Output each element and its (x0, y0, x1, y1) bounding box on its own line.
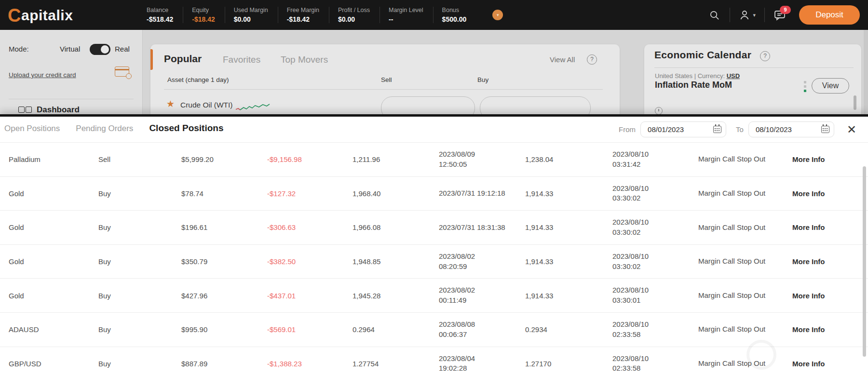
position-open-rate: 1,945.28 (353, 292, 439, 300)
account-stat: Equity -$18.42 (183, 7, 224, 23)
divider (730, 8, 730, 22)
stat-value: -- (389, 15, 423, 23)
position-open-time: 2023/08/02 00:11:49 (439, 285, 525, 305)
top-header-bar: Capitalix Balance -$518.42 Equity -$18.4… (0, 0, 868, 30)
position-amount: $196.61 (181, 223, 267, 231)
capitalix-logo[interactable]: Capitalix (8, 5, 73, 26)
closed-position-row: ADAUSD Buy $995.90 -$569.01 0.2964 2023/… (0, 313, 868, 347)
position-close-reason: Margin Call Stop Out (698, 223, 766, 233)
positions-panel: Open Positions Pending Orders Closed Pos… (0, 114, 868, 375)
account-stats-bar: Balance -$518.42 Equity -$18.42 Used Mar… (138, 0, 503, 30)
position-close-time: 2023/08/10 03:30:02 (612, 217, 698, 237)
header-actions: ▾ 9 Deposit (709, 0, 860, 30)
position-profit-loss: -$569.01 (267, 325, 353, 334)
position-close-rate: 1,238.04 (525, 155, 612, 163)
position-close-time: 2023/08/10 03:30:02 (612, 184, 698, 203)
position-profit-loss: -$437.01 (267, 292, 353, 300)
position-profit-loss: -$1,388.23 (267, 360, 353, 368)
calendar-icon[interactable] (713, 126, 721, 133)
stat-value: -$18.42 (287, 15, 319, 23)
notification-badge: 9 (780, 6, 791, 14)
position-close-time: 2023/08/10 03:31:42 (612, 149, 698, 169)
positions-tabs: Open Positions Pending Orders Closed Pos… (4, 123, 224, 134)
position-amount: $5,999.20 (181, 155, 267, 163)
deposit-button[interactable]: Deposit (799, 5, 860, 25)
more-info-link[interactable]: More Info (792, 155, 868, 163)
position-asset: Palladium (9, 155, 98, 163)
search-icon[interactable] (709, 10, 720, 21)
position-profit-loss: -$306.63 (267, 223, 353, 231)
closed-position-row: Gold Buy $196.61 -$306.63 1,966.08 2023/… (0, 211, 868, 245)
background-watermark (746, 340, 776, 370)
logo-c-mark: C (8, 5, 21, 26)
position-type: Buy (98, 292, 181, 300)
position-open-rate: 0.2964 (353, 325, 439, 334)
stat-label: Used Margin (234, 7, 268, 13)
position-profit-loss: -$9,156.98 (267, 155, 353, 163)
position-asset: Gold (9, 257, 98, 266)
position-type: Buy (98, 223, 181, 231)
position-open-time: 2023/08/02 08:20:59 (439, 252, 525, 271)
position-asset: ADAUSD (9, 325, 98, 334)
position-close-reason: Margin Call Stop Out (698, 256, 766, 267)
more-info-link[interactable]: More Info (792, 189, 868, 198)
position-asset: Gold (9, 189, 98, 198)
closed-positions-table: Palladium Sell $5,999.20 -$9,156.98 1,21… (0, 142, 868, 375)
closed-position-row: Gold Buy $427.96 -$437.01 1,945.28 2023/… (0, 279, 868, 313)
user-menu[interactable]: ▾ (739, 9, 756, 21)
position-amount: $995.90 (181, 325, 267, 334)
position-close-rate: 1,914.33 (525, 189, 612, 198)
more-info-link[interactable]: More Info (792, 325, 868, 334)
position-close-reason: Margin Call Stop Out (698, 154, 766, 164)
position-asset: Gold (9, 292, 98, 300)
position-close-reason: Margin Call Stop Out (698, 188, 766, 199)
more-info-link[interactable]: More Info (792, 292, 868, 300)
stat-label: Margin Level (389, 7, 423, 13)
more-info-link[interactable]: More Info (792, 257, 868, 266)
stat-label: Balance (147, 7, 173, 13)
position-close-reason: Margin Call Stop Out (698, 324, 766, 335)
from-label: From (619, 125, 636, 134)
position-close-rate: 1,914.33 (525, 257, 612, 266)
position-profit-loss: -$127.32 (267, 189, 353, 198)
table-scrollbar-thumb[interactable] (863, 166, 866, 357)
stat-label: Free Margin (287, 7, 319, 13)
position-open-time: 2023/08/08 00:06:37 (439, 320, 525, 339)
account-stat: Free Margin -$18.42 (278, 7, 329, 23)
position-amount: $78.74 (181, 189, 267, 198)
tab-open-positions[interactable]: Open Positions (4, 124, 60, 134)
position-type: Buy (98, 325, 181, 334)
position-type: Buy (98, 360, 181, 368)
position-close-time: 2023/08/10 02:33:58 (612, 320, 698, 339)
close-icon[interactable]: ✕ (847, 124, 856, 135)
position-close-time: 2023/08/10 03:30:02 (612, 252, 698, 271)
calendar-icon[interactable] (821, 126, 829, 133)
closed-position-row: Palladium Sell $5,999.20 -$9,156.98 1,21… (0, 143, 868, 177)
divider (764, 8, 765, 22)
closed-position-row: GBP/USD Buy $887.89 -$1,388.23 1.27754 2… (0, 347, 868, 375)
position-open-rate: 1.27754 (353, 360, 439, 368)
position-close-time: 2023/08/10 02:33:58 (612, 354, 698, 374)
caret-badge-icon[interactable]: ▾ (492, 10, 503, 20)
stat-label: Profit / Loss (338, 7, 370, 13)
stat-value: -$518.42 (147, 15, 173, 23)
position-open-rate: 1,966.08 (353, 223, 439, 231)
position-asset: GBP/USD (9, 360, 98, 368)
position-open-time: 2023/08/09 12:50:05 (439, 149, 525, 169)
position-close-rate: 1,914.33 (525, 292, 612, 300)
account-stat: Margin Level -- (380, 7, 433, 23)
position-open-rate: 1,211.96 (353, 155, 439, 163)
stat-value: $0.00 (234, 15, 268, 23)
closed-position-row: Gold Buy $350.79 -$382.50 1,948.85 2023/… (0, 245, 868, 279)
app-root: Capitalix Balance -$518.42 Equity -$18.4… (0, 0, 868, 375)
tab-closed-positions[interactable]: Closed Positions (149, 123, 223, 134)
closed-position-row: Gold Buy $78.74 -$127.32 1,968.40 2023/0… (0, 177, 868, 211)
notifications-button[interactable]: 9 (773, 9, 787, 21)
stat-label: Equity (192, 7, 215, 13)
stat-value: $0.00 (338, 15, 370, 23)
more-info-link[interactable]: More Info (792, 223, 868, 231)
tab-pending-orders[interactable]: Pending Orders (76, 124, 133, 134)
stat-value: $500.00 (442, 15, 467, 23)
more-info-link[interactable]: More Info (792, 360, 868, 368)
position-close-rate: 1.27170 (525, 360, 612, 368)
